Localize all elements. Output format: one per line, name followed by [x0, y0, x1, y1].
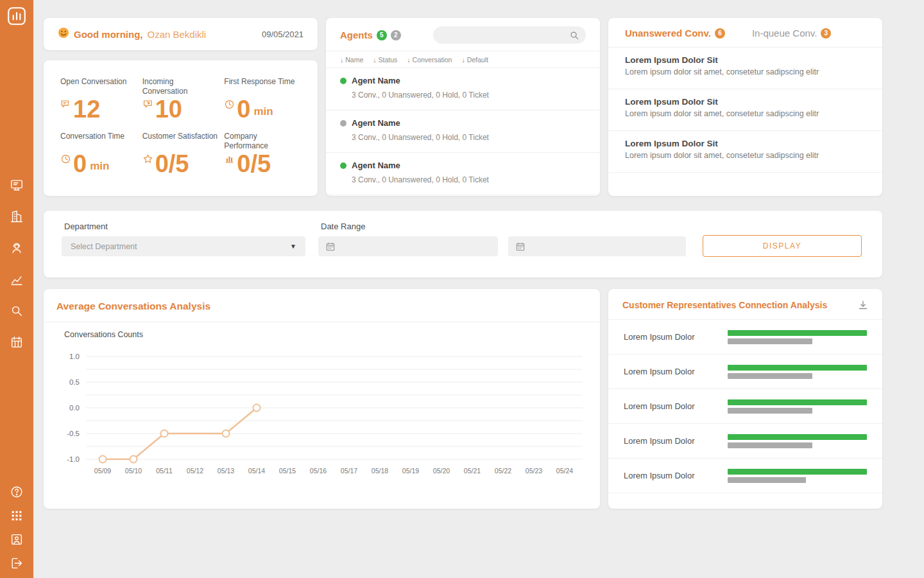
stat-label: Conversation Time [60, 132, 137, 151]
tab-inqueue-conv[interactable]: In-queue Conv. 3 [752, 28, 831, 39]
tab-unanswered-conv[interactable]: Unanswered Conv. 6 [625, 28, 725, 39]
rep-label: Lorem Ipsum Dolor [624, 332, 695, 342]
chat-icon [60, 99, 71, 110]
sort-status[interactable]: ↓Status [373, 56, 397, 64]
connection-bar-gray [728, 338, 812, 344]
app-logo-icon[interactable] [6, 5, 28, 27]
stat-value: 10 [155, 99, 182, 119]
sort-label: Default [467, 56, 488, 64]
sort-label: Name [345, 56, 363, 64]
agents-card: Agents 5 2 ↓Name ↓Status ↓Conversation ↓… [326, 18, 600, 196]
svg-text:05/16: 05/16 [310, 467, 327, 475]
chevron-down-icon: ▼ [290, 243, 296, 250]
sort-arrow-icon: ↓ [461, 56, 465, 64]
stat-unit: min [90, 160, 109, 174]
conversations-card: Unanswered Conv. 6 In-queue Conv. 3 Lore… [608, 18, 882, 196]
stat-value: 12 [73, 99, 100, 119]
dashboard-icon[interactable] [10, 178, 24, 192]
tab-label: Unanswered Conv. [625, 28, 711, 39]
svg-text:05/14: 05/14 [248, 467, 265, 475]
analytics-icon[interactable] [10, 272, 24, 286]
calendar-icon[interactable] [10, 335, 24, 349]
stat-label: Incoming Conversation [142, 77, 219, 96]
stat-value: 0/5 [237, 153, 271, 174]
agent-search[interactable] [433, 26, 586, 44]
rep-row: Lorem Ipsum Dolor [608, 459, 882, 493]
agent-row[interactable]: Agent Name 3 Conv., 0 Unanswered, 0 Hold… [326, 68, 600, 110]
svg-text:05/20: 05/20 [433, 467, 450, 475]
connection-bar-green [728, 434, 867, 440]
display-button[interactable]: DISPLAY [703, 235, 862, 257]
greeting-text: Good morning, [74, 29, 142, 40]
stat-label: Open Conversation [60, 77, 137, 96]
sort-name[interactable]: ↓Name [340, 56, 363, 64]
download-icon[interactable] [858, 300, 868, 310]
sort-arrow-icon: ↓ [373, 56, 376, 64]
company-icon[interactable] [10, 209, 24, 223]
connection-bar-green [728, 330, 867, 336]
agent-row[interactable]: Agent Name 3 Conv., 0 Unanswered, 0 Hold… [326, 110, 600, 153]
connection-bar-green [728, 365, 867, 371]
chart-title: Average Conversations Analysis [56, 301, 587, 312]
user-name: Ozan Bekdikli [147, 29, 206, 40]
conversation-title: Lorem Ipsum Dolor Sit [625, 55, 866, 65]
incoming-chat-icon [142, 99, 153, 110]
stat-label: Customer Satisfaction [142, 132, 219, 151]
unanswered-count-badge: 6 [715, 28, 725, 39]
svg-text:05/23: 05/23 [526, 467, 542, 475]
sidebar-footer-nav [0, 485, 33, 570]
agent-row[interactable]: Agent Name 3 Conv., 0 Unanswered, 0 Hold… [326, 153, 600, 195]
help-icon[interactable] [10, 485, 24, 499]
rep-label: Lorem Ipsum Dolor [624, 436, 695, 446]
conversation-item[interactable]: Lorem Ipsum Dolor Sit Lorem ipsum dolor … [608, 89, 882, 131]
logout-icon[interactable] [10, 556, 24, 570]
connection-bar-gray [728, 477, 806, 483]
stat-unit: min [253, 105, 273, 119]
representatives-card: Customer Representatives Connection Anal… [608, 289, 882, 509]
rep-label: Lorem Ipsum Dolor [624, 471, 695, 480]
calendar-icon [516, 242, 525, 251]
rep-row: Lorem Ipsum Dolor [608, 389, 882, 424]
conversation-subtitle: Lorem ipsum dolor sit amet, consetetur s… [625, 151, 866, 160]
stat-conversation-time: Conversation Time 0 min [60, 132, 137, 186]
conversation-item[interactable]: Lorem Ipsum Dolor Sit Lorem ipsum dolor … [608, 48, 882, 89]
svg-text:05/24: 05/24 [556, 467, 573, 475]
svg-text:05/22: 05/22 [495, 467, 511, 475]
stat-value: 0/5 [155, 153, 189, 174]
stat-label: Company Performance [224, 132, 301, 151]
sort-default[interactable]: ↓Default [461, 56, 488, 64]
sort-conversation[interactable]: ↓Conversation [407, 56, 452, 64]
conversation-item[interactable]: Lorem Ipsum Dolor Sit Lorem ipsum dolor … [608, 131, 882, 173]
sort-label: Status [379, 56, 398, 64]
svg-text:05/13: 05/13 [218, 467, 234, 475]
greeting-card: Good morning, Ozan Bekdikli 09/05/2021 [44, 18, 318, 50]
agents-title: Agents [340, 30, 373, 40]
connection-bar-gray [728, 408, 812, 414]
date-to-input[interactable] [508, 236, 686, 256]
svg-text:0.5: 0.5 [69, 378, 80, 386]
search-icon[interactable] [570, 31, 579, 40]
inqueue-count-badge: 3 [821, 28, 831, 39]
agent-name: Agent Name [352, 76, 400, 85]
agents-icon[interactable] [10, 241, 24, 255]
connection-bar-gray [728, 442, 812, 448]
profile-icon[interactable] [10, 532, 24, 547]
stat-value: 0 [73, 153, 87, 174]
stat-incoming-conversation: Incoming Conversation 10 [142, 77, 219, 132]
conversation-title: Lorem Ipsum Dolor Sit [625, 139, 866, 148]
search-icon[interactable] [10, 304, 24, 318]
svg-text:05/15: 05/15 [279, 467, 296, 475]
agent-search-input[interactable] [440, 31, 570, 40]
department-select[interactable]: Select Department ▼ [62, 236, 305, 256]
svg-text:1.0: 1.0 [69, 353, 80, 360]
agent-status-dot [340, 162, 346, 169]
agent-status-dot [340, 120, 346, 127]
date-from-input[interactable] [318, 236, 498, 256]
apps-icon[interactable] [10, 509, 24, 523]
svg-text:05/21: 05/21 [464, 467, 481, 475]
conversation-subtitle: Lorem ipsum dolor sit amet, consetetur s… [625, 67, 866, 76]
calendar-icon [326, 242, 335, 251]
sort-arrow-icon: ↓ [407, 56, 410, 64]
svg-text:-0.5: -0.5 [67, 430, 80, 437]
smiley-icon [58, 27, 69, 41]
